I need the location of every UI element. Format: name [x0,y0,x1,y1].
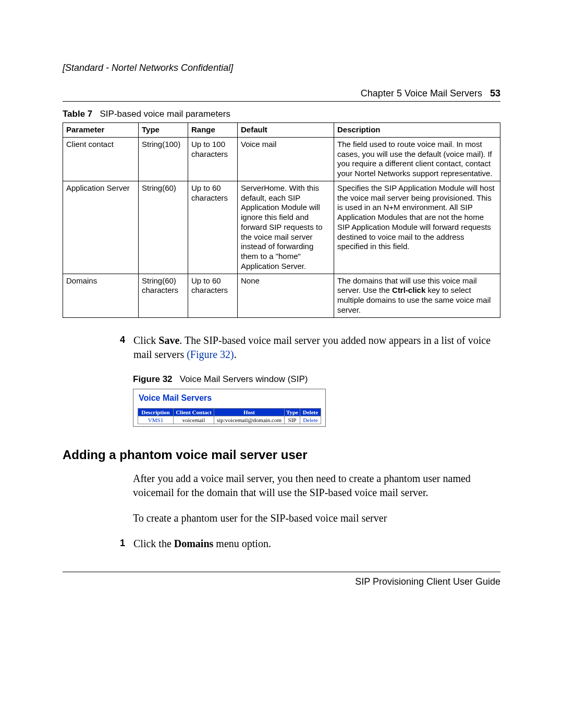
step-text: Click Save. The SIP-based voice mail ser… [133,334,500,362]
table-row: Domains String(60) characters Up to 60 c… [63,274,500,317]
vms-table: Description Client Contact Host Type Del… [138,408,321,424]
step-1: 1 Click the Domains menu option. [120,537,500,551]
step-text: Click the Domains menu option. [133,537,271,551]
vms-th-type: Type [285,408,300,416]
cell-default: Voice mail [238,137,334,181]
header-rule [63,101,500,102]
th-range: Range [188,123,238,138]
table7-caption: Table 7 SIP-based voice mail parameters [63,109,500,119]
th-default: Default [238,123,334,138]
cell-description: Specifies the SIP Application Module wil… [334,181,500,274]
section-para2: To create a phantom user for the SIP-bas… [133,511,500,525]
step-4: 4 Click Save. The SIP-based voice mail s… [120,334,500,362]
step-number: 4 [120,334,133,362]
chapter-header: Chapter 5 Voice Mail Servers 53 [63,88,500,99]
vms-description-link[interactable]: VMS1 [138,416,174,424]
vms-delete-link[interactable]: Delete [300,416,321,424]
page-number: 53 [490,88,500,98]
chapter-title: Chapter 5 Voice Mail Servers [361,88,482,98]
vms-th-host: Host [214,408,285,416]
th-type: Type [139,123,188,138]
cell-type: String(100) [139,137,188,181]
cell-range: Up to 60 characters [188,181,238,274]
footer-rule [63,572,500,572]
vms-th-description: Description [138,408,174,416]
figure32-caption: Figure 32 Voice Mail Servers window (SIP… [133,374,500,385]
cell-range: Up to 100 characters [188,137,238,181]
table-header-row: Parameter Type Range Default Description [63,123,500,138]
cell-parameter: Domains [63,274,139,317]
vms-th-client-contact: Client Contact [174,408,214,416]
cell-parameter: Application Server [63,181,139,274]
cell-type: String(60) [139,181,188,274]
desc-bold: Ctrl-click [392,286,425,294]
table-row: Application Server String(60) Up to 60 c… [63,181,500,274]
figure32-caption-text: Voice Mail Servers window (SIP) [180,374,308,384]
step1-bold: Domains [174,538,214,549]
figure-reference[interactable]: (Figure 32) [187,349,234,360]
cell-description: The field used to route voice mail. In m… [334,137,500,181]
th-parameter: Parameter [63,123,139,138]
step-number: 1 [120,537,133,551]
step4-save: Save [158,335,179,346]
vms-row: VMS1 voicemail sip:voicemail@domain.com … [138,416,321,424]
table7: Parameter Type Range Default Description… [63,122,500,318]
vms-th-delete: Delete [300,408,321,416]
step1-pre: Click the [133,538,174,549]
cell-parameter: Client contact [63,137,139,181]
step4-post: . [234,349,237,360]
cell-description: The domains that will use this voice mai… [334,274,500,317]
cell-default: None [238,274,334,317]
vms-header-row: Description Client Contact Host Type Del… [138,408,321,416]
vms-panel-title: Voice Mail Servers [139,393,321,403]
cell-type: String(60) characters [139,274,188,317]
vms-host: sip:voicemail@domain.com [214,416,285,424]
table-row: Client contact String(100) Up to 100 cha… [63,137,500,181]
step1-post: menu option. [213,538,271,549]
vms-client-contact: voicemail [174,416,214,424]
step4-pre: Click [133,335,158,346]
footer-text: SIP Provisioning Client User Guide [63,576,500,587]
vms-type: SIP [285,416,300,424]
cell-range: Up to 60 characters [188,274,238,317]
figure32-panel: Voice Mail Servers Description Client Co… [133,389,326,427]
confidential-header: [Standard - Nortel Networks Confidential… [63,63,500,73]
figure32-label: Figure 32 [133,374,173,384]
cell-default: ServerHome. With this default, each SIP … [238,181,334,274]
th-description: Description [334,123,500,138]
section-para1: After you add a voice mail server, you t… [133,472,500,500]
table7-caption-text: SIP-based voice mail parameters [100,109,230,119]
table7-label: Table 7 [63,109,92,119]
section-heading: Adding a phantom voice mail server user [63,448,500,462]
document-page: [Standard - Nortel Networks Confidential… [0,0,563,728]
